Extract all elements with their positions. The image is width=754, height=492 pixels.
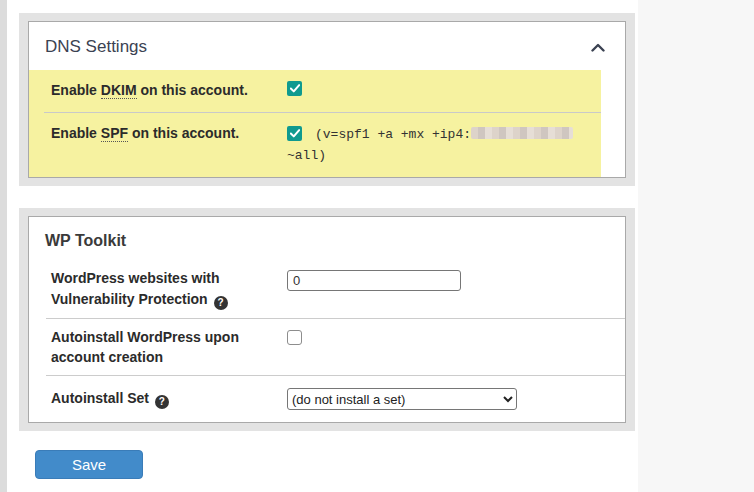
spf-value-suffix: ~all)	[287, 148, 326, 163]
vulnerability-protection-label: WordPress websites with Vulnerability Pr…	[51, 268, 287, 309]
autoinstall-set-label: Autoinstall Set ?	[51, 388, 287, 409]
save-button[interactable]: Save	[35, 450, 143, 479]
autoinstall-checkbox[interactable]	[287, 330, 302, 345]
dns-settings-panel: DNS Settings Enable DKIM on this account…	[28, 21, 626, 178]
spf-label: Enable SPF on this account.	[51, 124, 287, 167]
spf-label-prefix: Enable	[51, 125, 101, 141]
dns-collapse-button[interactable]	[587, 41, 609, 54]
spf-label-suffix: on this account.	[128, 125, 239, 141]
chevron-up-icon	[591, 40, 605, 55]
vulnerability-protection-label-text: WordPress websites with Vulnerability Pr…	[51, 270, 220, 306]
dkim-label-prefix: Enable	[51, 82, 101, 98]
autoinstall-wordpress-label: Autoinstall WordPress upon account creat…	[51, 327, 287, 368]
question-circle-icon[interactable]: ?	[214, 296, 228, 310]
wp-toolkit-panel-wrapper: WP Toolkit WordPress websites with Vulne…	[19, 208, 635, 431]
autoinstall-set-row: Autoinstall Set ? (do not install a set)	[29, 376, 625, 422]
autoinstall-set-label-text: Autoinstall Set	[51, 390, 149, 406]
right-page-gutter	[638, 0, 754, 492]
vulnerability-protection-row: WordPress websites with Vulnerability Pr…	[29, 260, 625, 317]
spf-row: Enable SPF on this account. (v=spf1 +a +…	[29, 113, 601, 178]
spf-record-value: (v=spf1 +a +mx +ip4: ~all)	[287, 124, 601, 167]
left-page-gutter	[0, 0, 7, 492]
dkim-label: Enable DKIM on this account.	[51, 81, 287, 101]
settings-form: DNS Settings Enable DKIM on this account…	[19, 13, 635, 479]
spf-term: SPF	[101, 125, 128, 142]
dkim-label-suffix: on this account.	[137, 82, 248, 98]
dkim-row: Enable DKIM on this account.	[29, 70, 601, 112]
highlighted-dns-rows: Enable DKIM on this account. Enable SPF …	[29, 70, 601, 177]
dkim-term: DKIM	[101, 82, 137, 99]
wp-toolkit-title: WP Toolkit	[29, 217, 625, 260]
spf-value-prefix: (v=spf1 +a +mx +ip4:	[315, 127, 471, 142]
check-icon	[290, 84, 300, 93]
autoinstall-set-select[interactable]: (do not install a set)	[287, 388, 517, 410]
dns-settings-title: DNS Settings	[45, 37, 147, 57]
spf-checkbox[interactable]	[287, 126, 302, 141]
autoinstall-wordpress-row: Autoinstall WordPress upon account creat…	[29, 319, 625, 376]
question-circle-icon[interactable]: ?	[155, 395, 169, 409]
dns-settings-panel-wrapper: DNS Settings Enable DKIM on this account…	[19, 13, 635, 186]
redacted-ip-address	[471, 127, 573, 139]
check-icon	[290, 129, 300, 138]
dns-settings-header: DNS Settings	[29, 22, 625, 70]
vulnerability-count-input[interactable]	[287, 270, 461, 291]
dkim-checkbox[interactable]	[287, 81, 302, 96]
wp-toolkit-panel: WP Toolkit WordPress websites with Vulne…	[28, 216, 626, 423]
